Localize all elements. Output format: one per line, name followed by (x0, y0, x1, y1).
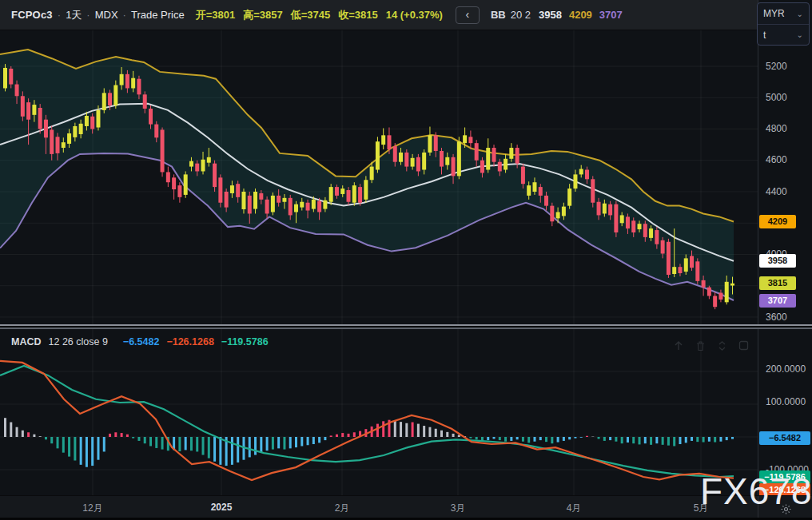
currency-unit-selector: MYR ⌄ t ⌄ (757, 2, 810, 46)
bb-value: 3958 (539, 9, 562, 21)
axis-tick-label: 200.0000 (766, 363, 806, 375)
ohlc-values: 开=3801高=3857低=3745收=3815 (196, 8, 378, 22)
bb-indicator-values: 395842093707 (539, 9, 623, 21)
axis-price-chip: −6.5482 (759, 431, 810, 445)
ohlc-item: 收=3815 (338, 8, 378, 22)
currency-select[interactable]: MYR ⌄ (758, 3, 809, 24)
separator-dot: · (123, 9, 126, 21)
axis-settings-gear-icon[interactable] (777, 500, 794, 518)
axis-tick-label: 4800 (766, 123, 787, 134)
axis-price-chip: 3815 (759, 276, 796, 290)
price-axis[interactable]: 5200500048004600440040003600200.0000100.… (758, 0, 812, 495)
axis-tick-label: 5200 (766, 61, 787, 72)
bb-value: 4209 (569, 9, 592, 21)
series-type-label[interactable]: Trade Price (131, 9, 185, 21)
macd-value: −6.5482 (123, 336, 160, 347)
bb-value: 3707 (599, 9, 623, 21)
time-axis-label: 5月 (694, 502, 709, 515)
chart-toolbar: FCPOc3 · 1天 · MDX · Trade Price 开=3801高=… (0, 0, 758, 30)
change-value: 14 (+0.37%) (386, 9, 443, 21)
price-chart-pane[interactable] (0, 30, 758, 324)
axis-tick-label: 100.0000 (766, 396, 806, 407)
pane-divider[interactable] (0, 324, 812, 329)
axis-tick-label: 5000 (766, 92, 787, 103)
axis-price-chip: 3707 (759, 294, 796, 308)
time-axis[interactable]: 12月20252月3月4月5月 (0, 495, 812, 520)
macd-indicator-params: 12 26 close 9 (49, 336, 108, 347)
time-axis-label: 2月 (335, 502, 350, 515)
separator-dot: · (86, 9, 90, 21)
unit-select[interactable]: t ⌄ (758, 24, 809, 45)
axis-price-chip: 4209 (759, 215, 796, 228)
separator-dot: · (58, 9, 61, 21)
legend-collapse-button[interactable]: ‹ (456, 6, 480, 24)
ohlc-item: 低=3745 (291, 8, 331, 22)
macd-indicator-name[interactable]: MACD (11, 336, 42, 347)
macd-value: −119.5786 (221, 336, 269, 347)
axis-price-chip: 3958 (759, 254, 796, 268)
currency-value: MYR (763, 8, 785, 19)
axis-tick-label: 4400 (766, 186, 787, 197)
time-axis-label: 3月 (451, 502, 466, 515)
time-axis-label: 2025 (211, 502, 233, 513)
macd-chart-pane[interactable] (0, 329, 758, 495)
move-pane-up-icon[interactable] (670, 339, 687, 352)
symbol-name[interactable]: FCPOc3 (11, 9, 53, 21)
unit-value: t (763, 30, 766, 41)
macd-value: −126.1268 (166, 336, 213, 347)
bb-indicator-params: 20 2 (511, 9, 531, 21)
macd-pane-controls (670, 339, 752, 352)
macd-indicator-values: −6.5482−126.1268−119.5786 (123, 336, 269, 347)
axis-tick-label: 4600 (766, 154, 787, 165)
macd-legend: MACD 12 26 close 9 −6.5482−126.1268−119.… (11, 336, 269, 347)
axis-corner-separator (758, 496, 758, 520)
chevron-down-icon: ⌄ (797, 30, 803, 39)
maximize-pane-icon[interactable] (734, 339, 752, 352)
collapse-pane-icon[interactable] (713, 339, 730, 352)
axis-tick-label: 3600 (766, 312, 787, 323)
trading-chart-app: FCPOc3 · 1天 · MDX · Trade Price 开=3801高=… (0, 0, 812, 520)
exchange-label[interactable]: MDX (95, 9, 118, 21)
axis-price-chip: −119.5786 (759, 470, 810, 484)
chevron-down-icon: ⌄ (797, 10, 803, 18)
trash-icon[interactable] (691, 339, 709, 352)
interval-label[interactable]: 1天 (66, 8, 82, 22)
time-axis-label: 4月 (567, 502, 582, 515)
ohlc-item: 开=3801 (196, 8, 236, 22)
ohlc-item: 高=3857 (243, 8, 283, 22)
bb-indicator-name[interactable]: BB (491, 9, 506, 21)
time-axis-label: 12月 (82, 502, 102, 515)
